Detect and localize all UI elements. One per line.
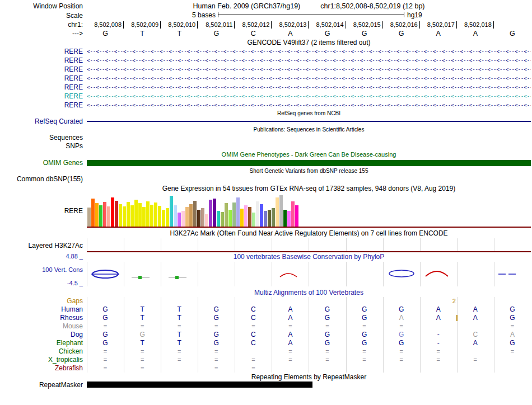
dbsnp-label[interactable]: Common dbSNP(155) xyxy=(0,175,85,183)
species-label[interactable]: Human xyxy=(0,305,85,314)
publications-title[interactable]: Publications: Sequences in Scientific Ar… xyxy=(87,126,531,133)
gtex-expression-bar[interactable] xyxy=(209,200,212,227)
transcript-track[interactable]: <--<--<--<--<--<--<--<--<--<--<--<--<--<… xyxy=(87,58,531,63)
gtex-expression-bar[interactable] xyxy=(130,205,134,227)
dbsnp-title[interactable]: Short Genetic Variants from dbSNP releas… xyxy=(87,168,531,174)
gtex-expression-bar[interactable] xyxy=(283,210,287,227)
gtex-expression-bar[interactable] xyxy=(138,203,142,227)
gtex-expression-bar[interactable] xyxy=(295,205,298,227)
gtex-expression-bar[interactable] xyxy=(103,202,106,227)
phylop-plot[interactable] xyxy=(87,262,531,286)
gtex-expression-bar[interactable] xyxy=(87,208,91,227)
species-label[interactable]: Rhesus xyxy=(0,314,85,322)
gtex-expression-bar[interactable] xyxy=(185,207,189,227)
repeatmasker-title[interactable]: Repeating Elements by RepeatMasker xyxy=(87,373,531,381)
gtex-expression-bar[interactable] xyxy=(115,201,118,227)
gtex-expression-bar[interactable] xyxy=(228,210,232,227)
gencode-title[interactable]: GENCODE V49lift37 (2 items filtered out) xyxy=(87,39,531,46)
gtex-expression-bar[interactable] xyxy=(99,205,102,227)
gene-label[interactable]: RERE xyxy=(0,83,85,91)
gtex-expression-bar[interactable] xyxy=(287,211,291,227)
gtex-expression-bar[interactable] xyxy=(248,207,251,227)
refseq-title[interactable]: RefSeq genes from NCBI xyxy=(87,110,531,116)
gtex-expression-bar[interactable] xyxy=(189,204,193,227)
gene-label[interactable]: RERE xyxy=(0,65,85,73)
gtex-expression-bar[interactable] xyxy=(127,202,130,227)
gtex-expression-bar[interactable] xyxy=(146,201,150,227)
species-label[interactable]: Zebrafish xyxy=(0,364,85,373)
gtex-expression-bar[interactable] xyxy=(205,214,208,227)
species-label[interactable]: Chicken xyxy=(0,347,85,356)
repeatmasker-label[interactable]: RepeatMasker xyxy=(0,381,85,389)
species-label[interactable]: X_tropicalis xyxy=(0,356,85,364)
gtex-expression-bar[interactable] xyxy=(178,213,181,227)
gtex-expression-bar[interactable] xyxy=(252,213,255,227)
gtex-expression-bar[interactable] xyxy=(154,202,157,227)
gtex-expression-bar[interactable] xyxy=(111,197,114,227)
gtex-expression-bar[interactable] xyxy=(174,205,177,227)
transcript-track[interactable]: <--<--<--<--<--<--<--<--<--<--<--<--<--<… xyxy=(87,93,531,99)
species-label[interactable]: Dog xyxy=(0,331,85,339)
sequences-label[interactable]: Sequences xyxy=(0,134,85,142)
gtex-expression-bar[interactable] xyxy=(276,197,279,227)
cons-track-label[interactable]: 100 Vert. Cons xyxy=(0,266,83,273)
gtex-expression-bar[interactable] xyxy=(236,197,240,227)
transcript-track[interactable]: <--<--<--<--<--<--<--<--<--<--<--<--<--<… xyxy=(87,49,531,54)
gtex-expression-bar[interactable] xyxy=(279,195,283,227)
gtex-expression-bar[interactable] xyxy=(150,205,153,227)
gtex-expression-bar[interactable] xyxy=(123,206,126,227)
gtex-expression-bar[interactable] xyxy=(162,210,165,227)
gene-label[interactable]: RERE xyxy=(0,92,85,100)
transcript-track[interactable]: <--<--<--<--<--<--<--<--<--<--<--<--<--<… xyxy=(87,76,531,81)
gtex-expression-bar[interactable] xyxy=(193,201,197,227)
gtex-expression-bar[interactable] xyxy=(119,204,122,227)
gtex-expression-bar[interactable] xyxy=(166,208,169,227)
gtex-expression-bar[interactable] xyxy=(217,211,220,227)
gtex-expression-bar[interactable] xyxy=(256,201,259,227)
omim-genes-label[interactable]: OMIM Genes xyxy=(0,159,85,167)
species-label[interactable]: Gaps xyxy=(0,297,85,305)
gtex-expression-bar[interactable] xyxy=(91,199,95,227)
gtex-expression-bar[interactable] xyxy=(95,203,99,227)
gtex-expression-bar[interactable] xyxy=(221,212,224,227)
gtex-expression-bar[interactable] xyxy=(260,204,263,227)
gtex-expression-bar[interactable] xyxy=(201,208,204,227)
gtex-expression-bar[interactable] xyxy=(232,202,236,227)
multiz-title[interactable]: Multiz Alignments of 100 Vertebrates xyxy=(87,289,531,296)
gtex-expression-bar[interactable] xyxy=(264,211,267,227)
h3k27ac-label[interactable]: Layered H3K27Ac xyxy=(0,242,85,249)
gtex-expression-bar[interactable] xyxy=(181,211,185,227)
gtex-expression-bar[interactable] xyxy=(240,209,244,227)
species-label[interactable]: Elephant xyxy=(0,339,85,347)
gtex-expression-bar[interactable] xyxy=(213,199,216,227)
repeatmasker-track[interactable] xyxy=(87,382,531,388)
gtex-expression-bar[interactable] xyxy=(107,206,110,227)
gtex-expression-bar[interactable] xyxy=(158,206,161,227)
gtex-expression-bar[interactable] xyxy=(291,201,295,227)
species-label[interactable]: Mouse xyxy=(0,322,85,331)
snps-label[interactable]: SNPs xyxy=(0,142,85,150)
transcript-track[interactable]: <--<--<--<--<--<--<--<--<--<--<--<--<--<… xyxy=(87,84,531,90)
ruler-track[interactable]: 8,502,0088,502,0098,502,0108,502,0118,50… xyxy=(87,21,531,29)
gtex-expression-bar[interactable] xyxy=(225,203,228,227)
omim-track[interactable] xyxy=(87,160,531,166)
gtex-track[interactable] xyxy=(87,194,531,228)
refseq-curated-track[interactable] xyxy=(87,121,531,122)
h3k27ac-title[interactable]: H3K27Ac Mark (Often Found Near Active Re… xyxy=(87,229,531,237)
gtex-title[interactable]: Gene Expression in 54 tissues from GTEx … xyxy=(87,185,531,192)
gene-label[interactable]: RERE xyxy=(0,48,85,55)
transcript-track[interactable]: <--<--<--<--<--<--<--<--<--<--<--<--<--<… xyxy=(87,67,531,72)
gtex-expression-bar[interactable] xyxy=(197,210,200,227)
gtex-expression-bar[interactable] xyxy=(268,210,271,227)
refseq-curated-label[interactable]: RefSeq Curated xyxy=(0,117,85,125)
repeat-element-bar[interactable] xyxy=(87,382,312,388)
omim-gene-bar[interactable] xyxy=(87,160,531,166)
gtex-expression-bar[interactable] xyxy=(134,200,138,227)
gene-label[interactable]: RERE xyxy=(0,101,85,109)
gtex-expression-bar[interactable] xyxy=(272,208,275,227)
gene-label[interactable]: RERE xyxy=(0,56,85,64)
omim-title[interactable]: OMIM Gene Phenotypes - Dark Green Can Be… xyxy=(87,151,531,158)
gtex-expression-bar[interactable] xyxy=(142,207,146,227)
phylop-title[interactable]: 100 vertebrates Basewise Conservation by… xyxy=(87,253,531,262)
h3k27ac-track[interactable] xyxy=(87,238,531,252)
